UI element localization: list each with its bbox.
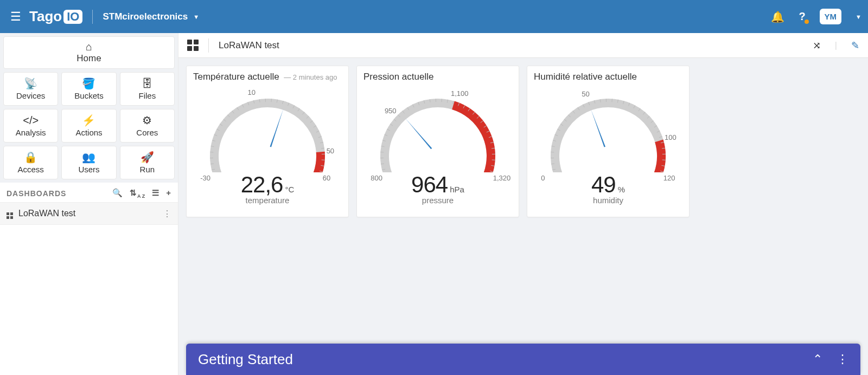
list-icon[interactable]: ☰ [152,188,159,199]
top-bar: ☰ Tago IO STMciroelectronics ▼ 🔔 ? YM ▼ [0,0,868,33]
gauge-unit: % [618,185,625,194]
tile-label: Analysis [16,128,46,137]
dashboard-toolbar: LoRaWAN test ⤨ | ✎ [178,33,868,58]
gauge-tick-label: 10 [248,88,256,96]
expand-icon[interactable]: ⤨ [813,40,821,51]
tile-label: Users [78,165,99,174]
edit-icon[interactable]: ✎ [851,40,859,51]
bell-icon[interactable]: 🔔 [771,10,784,23]
search-icon[interactable]: 🔍 [112,188,123,199]
sidebar: ⌂ Home 📡Devices🪣Buckets🗄Files</>Analysis… [0,33,178,375]
gauge-value: 49% humidity [527,172,689,205]
sidebar-tile-run[interactable]: 🚀Run [120,146,175,179]
sidebar-tile-buckets[interactable]: 🪣Buckets [61,72,116,106]
bolt-icon: ⚡ [82,115,95,126]
dashboards-header: DASHBOARDS 🔍 ⇅A Z ☰ + [0,183,178,202]
dashboard-item-label: LoRaWAN test [18,209,75,218]
sidebar-tile-users[interactable]: 👥Users [61,146,116,179]
dashboard-title: LoRaWAN test [219,40,279,51]
card-header: Humidité relative actuelle [534,72,682,82]
gauge-number: 49 [591,172,616,197]
logo-badge: IO [63,10,82,24]
more-icon[interactable]: ⋮ [837,352,848,366]
tile-label: Files [138,91,156,100]
gauge-tick-label: 50 [327,147,334,155]
tile-label: Run [140,165,155,174]
home-tile[interactable]: ⌂ Home [3,36,175,69]
dashboard-item[interactable]: LoRaWAN test ⋮ [0,202,178,225]
logo[interactable]: Tago IO [29,8,82,25]
gauge-tick-label: 50 [582,90,589,98]
remote-icon: 📡 [24,78,37,89]
more-icon[interactable]: ⋮ [163,209,171,219]
sidebar-tile-files[interactable]: 🗄Files [120,72,175,106]
gauge-variable: pressure [357,196,519,205]
rocket-icon: 🚀 [141,152,154,163]
tile-label: Devices [16,91,45,100]
gauge-value: 964hPa pressure [357,172,519,205]
gauge-tick-label: 950 [385,107,397,115]
gauge-value: 22,6°C temperature [187,172,348,205]
card-title: Humidité relative actuelle [534,72,637,82]
files-icon: 🗄 [142,78,152,89]
card-title: Température actuelle [193,72,279,82]
gauge-card: Température actuelle — 2 minutes ago -30… [186,66,349,217]
getting-started-title: Getting Started [198,351,293,368]
sidebar-tile-analysis[interactable]: </>Analysis [3,109,58,143]
card-title: Pression actuelle [363,72,433,82]
svg-marker-1 [405,118,432,149]
gauge-unit: °C [285,185,294,194]
sidebar-tile-actions[interactable]: ⚡Actions [61,109,116,143]
dashboards-label: DASHBOARDS [7,189,66,198]
bucket-icon: 🪣 [82,78,95,89]
gauge: 050100120 [534,86,682,164]
dashboards-tools: 🔍 ⇅A Z ☰ + [112,188,171,199]
home-label: Home [76,53,101,64]
getting-started-panel[interactable]: Getting Started ⌃ ⋮ [186,344,860,375]
main: LoRaWAN test ⤨ | ✎ Température actuelle … [178,33,868,375]
caret-down-icon: ▼ [193,14,199,20]
workspace-name: STMciroelectronics [103,11,188,22]
gauge: 8009501,1001,320 [363,86,512,164]
home-icon: ⌂ [86,41,92,52]
sort-icon[interactable]: ⇅A Z [130,188,145,199]
menu-toggle-icon[interactable]: ☰ [7,10,25,24]
card-header: Pression actuelle [363,72,512,82]
gauge-variable: temperature [187,196,348,205]
cards-row: Température actuelle — 2 minutes ago -30… [178,58,868,225]
grid-icon [7,208,13,219]
gauge-tick-label: 100 [665,133,676,141]
logo-text: Tago [29,8,62,25]
chevron-up-icon[interactable]: ⌃ [813,352,822,366]
gauge-tick-label: 1,100 [451,89,469,98]
code-icon: </> [23,115,39,126]
avatar[interactable]: YM [820,9,842,24]
gauge-number: 964 [411,172,448,197]
layout-grid-icon[interactable] [187,40,199,51]
workspace-dropdown[interactable]: STMciroelectronics ▼ [103,11,199,22]
svg-marker-2 [591,109,605,147]
divider [92,10,93,24]
tile-label: Cores [136,128,158,137]
divider: | [835,41,837,50]
sidebar-tile-access[interactable]: 🔒Access [3,146,58,179]
tile-label: Access [17,165,43,174]
tile-label: Actions [75,128,102,137]
sidebar-tile-devices[interactable]: 📡Devices [3,72,58,106]
card-subtitle: — 2 minutes ago [284,73,337,81]
user-caret-down-icon[interactable]: ▼ [856,14,861,20]
help-icon[interactable]: ? [799,10,805,23]
core-icon: ⚙ [142,115,152,126]
card-header: Température actuelle — 2 minutes ago [193,72,342,82]
gauge: -30105060 [193,86,342,164]
gauge-card: Pression actuelle 8009501,1001,320 964hP… [356,66,519,217]
divider [208,38,209,53]
sidebar-tiles: ⌂ Home 📡Devices🪣Buckets🗄Files</>Analysis… [0,33,178,183]
add-icon[interactable]: + [166,188,171,199]
topbar-right: 🔔 ? YM ▼ [771,9,861,24]
svg-marker-0 [270,109,284,147]
tile-label: Buckets [74,91,103,100]
users-icon: 👥 [82,152,95,163]
sidebar-tile-cores[interactable]: ⚙Cores [120,109,175,143]
gauge-variable: humidity [527,196,689,205]
